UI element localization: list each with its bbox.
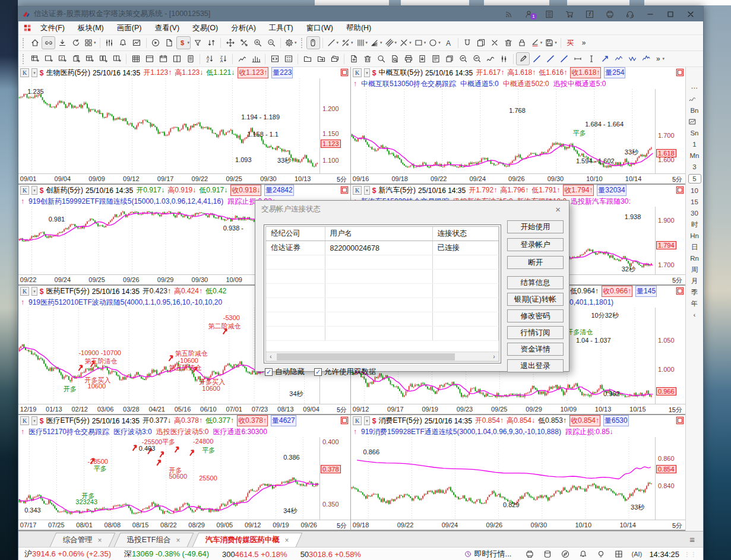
shop-cart-button[interactable] — [561, 8, 578, 20]
menu-item-2[interactable]: 画面(P) — [110, 21, 148, 34]
close-button[interactable] — [682, 8, 700, 20]
k-chart-type-select[interactable]: K — [20, 68, 29, 77]
lock-icon[interactable] — [515, 36, 529, 49]
scroll-thumb[interactable] — [277, 353, 455, 360]
trendline-icon[interactable]: ▾ — [325, 36, 340, 49]
tab-close-icon[interactable]: × — [284, 536, 289, 545]
table-view-icon[interactable] — [129, 52, 143, 65]
delete-doc-icon[interactable] — [360, 52, 374, 65]
percent-line-icon[interactable]: ▾ — [340, 36, 355, 49]
export-icon[interactable] — [415, 52, 429, 65]
dropdown-caret-icon[interactable]: ▾ — [351, 40, 353, 45]
feed-status[interactable]: 即时行情... — [464, 549, 512, 559]
bar-chart-icon[interactable] — [249, 52, 262, 65]
lamp-button[interactable] — [595, 549, 607, 559]
angle-color-icon[interactable]: ▾ — [529, 36, 544, 49]
plot-region[interactable]: -25500平多-248000.403平多-28500平多开多506002550… — [18, 437, 319, 520]
k-chart-type-select[interactable]: K — [353, 186, 362, 195]
dropdown-caret-icon[interactable]: ▾ — [555, 40, 557, 45]
line-mode-icon[interactable] — [688, 95, 701, 103]
toolbar-drag-handle[interactable] — [23, 54, 25, 64]
k-chart-dropdown-icon[interactable]: ▾ — [31, 68, 37, 77]
indicator-icon[interactable] — [103, 36, 116, 49]
panel-maximize-icon[interactable] — [340, 68, 349, 77]
curve-icon[interactable] — [483, 52, 497, 65]
toolbar-drag-handle[interactable] — [23, 38, 25, 48]
plot-region[interactable]: 1.7681.684 - 1.664平多33秒1.594 - 1.602 — [351, 89, 655, 173]
new-zwindow-icon[interactable]: Z — [55, 52, 69, 65]
draw-zigzag3-icon[interactable] — [639, 52, 653, 65]
period-30min[interactable]: 30 — [688, 209, 701, 217]
draw-zigzag1-icon[interactable] — [612, 52, 625, 65]
support-headset-button[interactable] — [621, 8, 639, 20]
tab-close-icon[interactable]: × — [98, 536, 102, 545]
link-service-button[interactable] — [524, 549, 536, 559]
ai-button[interactable]: (AI) — [631, 549, 643, 559]
table-row[interactable]: 信达证券822000024678已连接 — [266, 241, 499, 255]
k-chart-dropdown-icon[interactable]: ▾ — [31, 186, 37, 195]
folder-copy-icon[interactable] — [328, 52, 341, 65]
panel-maximize-icon[interactable] — [676, 416, 684, 425]
bank-transfer-button[interactable]: 银期(证)转帐 — [507, 293, 564, 306]
price-axis[interactable]: 1.7001.6181.600 — [655, 89, 686, 173]
remove-x-icon[interactable] — [488, 36, 502, 49]
column-view-icon[interactable] — [170, 52, 183, 65]
dropdown-caret-icon[interactable]: ▾ — [424, 40, 426, 45]
sort-updown-icon[interactable] — [204, 36, 218, 49]
settlement-info-button[interactable]: 结算信息 — [507, 276, 564, 289]
scroll-right-icon[interactable]: › — [489, 352, 499, 362]
checkbox-mark[interactable]: ✓ — [314, 368, 322, 376]
panel-view-icon[interactable] — [143, 52, 156, 65]
delete-cross-icon[interactable] — [237, 36, 251, 49]
user-account-button[interactable]: 1 — [520, 8, 538, 20]
table-hscrollbar[interactable]: ‹› — [266, 352, 499, 361]
period-mn[interactable]: Mn — [688, 151, 701, 160]
price-axis[interactable]: 0.8600.8540.840 — [655, 437, 686, 520]
draw-vline-icon[interactable] — [584, 52, 598, 65]
candlestick-plot[interactable] — [18, 78, 319, 173]
new-window-icon[interactable] — [28, 52, 42, 65]
rectangle-tool-icon[interactable]: ▾ — [413, 36, 428, 49]
change-password-button[interactable]: 修改密码 — [507, 309, 564, 322]
menu-item-8[interactable]: 帮助(H) — [340, 21, 378, 34]
period-rn[interactable]: Rn — [688, 254, 701, 262]
magnet-icon[interactable] — [461, 36, 474, 49]
k-chart-dropdown-icon[interactable]: ▾ — [364, 416, 370, 425]
period-15min[interactable]: 15 — [688, 198, 701, 206]
split-window-icon[interactable] — [96, 52, 110, 65]
k-chart-dropdown-icon[interactable]: ▾ — [31, 287, 37, 296]
draw-hline-icon[interactable] — [571, 52, 584, 65]
pan-move-icon[interactable] — [223, 36, 237, 49]
panel-maximize-icon[interactable] — [340, 416, 349, 425]
new-panel-icon[interactable] — [42, 52, 55, 65]
link-tool-icon[interactable] — [42, 36, 55, 49]
k-chart-dropdown-icon[interactable]: ▾ — [364, 68, 370, 77]
tab-close-icon[interactable]: × — [176, 536, 180, 545]
logout-button[interactable]: 退出登录 — [507, 359, 564, 372]
draw-line2-icon[interactable] — [543, 52, 557, 65]
draw-zigzag2-icon[interactable] — [625, 52, 639, 65]
k-chart-type-select[interactable]: K — [353, 416, 362, 425]
panel-maximize-icon[interactable] — [676, 68, 684, 77]
resize-grip[interactable]: ⋮⋮ — [684, 551, 697, 558]
filter-icon[interactable] — [191, 36, 204, 49]
k-chart-type-select[interactable]: K — [20, 186, 29, 195]
notify-bell-button[interactable] — [577, 549, 589, 559]
folder-export-icon[interactable] — [314, 52, 328, 65]
period-hn[interactable]: Hn — [688, 232, 701, 240]
code-window-icon[interactable] — [268, 52, 281, 65]
k-chart-type-select[interactable]: K — [353, 68, 362, 77]
data-source-button[interactable] — [542, 549, 553, 559]
chart-window-icon[interactable] — [130, 36, 144, 49]
copy-object-icon[interactable] — [474, 36, 488, 49]
vertical-lines-icon[interactable]: ▾ — [355, 36, 369, 49]
price-axis[interactable]: 1.2001.1501.1231.100 — [319, 78, 350, 173]
print-icon[interactable] — [401, 52, 415, 65]
dropdown-caret-icon[interactable]: ▾ — [295, 40, 297, 45]
title-bar[interactable]: 信达证券-股票期权金字塔决策交易系统 - [100012535] 1f — [18, 7, 703, 21]
dropdown-caret-icon[interactable]: ▾ — [395, 40, 397, 45]
time-axis[interactable]: 09/1209/1709/1909/2309/2509/2910/0910/13… — [351, 404, 686, 414]
menu-item-0[interactable]: 文件(F) — [34, 21, 71, 34]
period-year[interactable]: 年 — [688, 299, 701, 308]
news-list-button[interactable] — [540, 8, 558, 20]
